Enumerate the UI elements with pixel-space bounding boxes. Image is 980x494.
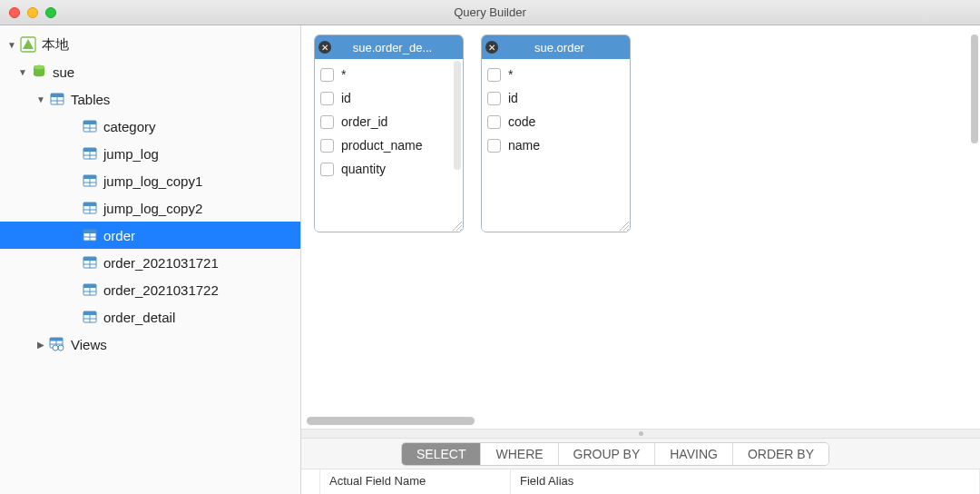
- tree-table-item[interactable]: jump_log: [0, 140, 300, 167]
- close-icon[interactable]: ✕: [318, 41, 331, 54]
- column-header-actual-field[interactable]: Actual Field Name: [320, 469, 511, 494]
- table-card-order[interactable]: ✕ sue.order * id code name: [481, 35, 631, 232]
- resize-handle-icon[interactable]: [617, 219, 630, 232]
- tree-label: category: [103, 119, 156, 134]
- column-header-field-alias[interactable]: Field Alias: [511, 469, 980, 494]
- tree-label: order_2021031721: [103, 255, 219, 271]
- tab-groupby[interactable]: GROUP BY: [559, 443, 656, 465]
- tree-table-item[interactable]: jump_log_copy1: [0, 167, 300, 194]
- grip-dot-icon: [639, 431, 643, 436]
- field-label: code: [508, 114, 535, 129]
- checkbox[interactable]: [487, 139, 501, 153]
- query-canvas[interactable]: ✕ sue.order_de... * id order_id product_…: [301, 25, 980, 412]
- table-icon: [80, 282, 100, 298]
- window-title: Query Builder: [0, 5, 980, 19]
- tree-label: jump_log_copy1: [103, 173, 202, 189]
- field-row[interactable]: order_id: [315, 110, 463, 133]
- card-body: * id order_id product_name quantity: [315, 59, 463, 232]
- tables-icon: [47, 91, 67, 107]
- table-icon: [80, 173, 100, 189]
- views-icon: [47, 336, 67, 352]
- tree-label: jump_log: [103, 146, 159, 162]
- tree-table-item[interactable]: order_2021031722: [0, 276, 300, 303]
- checkbox[interactable]: [487, 68, 501, 82]
- sidebar: ▼ 本地 ▼ sue ▼ Tables category j: [0, 25, 301, 494]
- chevron-down-icon[interactable]: ▼: [34, 94, 47, 104]
- field-row[interactable]: product_name: [315, 133, 463, 157]
- svg-point-44: [53, 345, 58, 351]
- field-label: quantity: [341, 162, 386, 176]
- svg-line-48: [460, 229, 462, 231]
- card-header[interactable]: ✕ sue.order: [482, 35, 630, 59]
- checkbox[interactable]: [320, 92, 334, 105]
- card-title: sue.order: [502, 41, 630, 54]
- connection-icon: [18, 36, 38, 53]
- grid-header: Actual Field Name Field Alias: [301, 469, 980, 494]
- tree-label: sue: [53, 64, 74, 80]
- grid-corner: [301, 469, 320, 494]
- table-card-order-detail[interactable]: ✕ sue.order_de... * id order_id product_…: [314, 35, 464, 232]
- tree-views-folder[interactable]: ▶ Views: [0, 331, 300, 358]
- field-row[interactable]: name: [482, 133, 630, 157]
- card-title: sue.order_de...: [335, 41, 463, 54]
- table-icon: [80, 145, 100, 162]
- field-label: product_name: [341, 138, 423, 153]
- svg-line-51: [627, 229, 629, 231]
- checkbox[interactable]: [320, 139, 334, 153]
- field-row[interactable]: *: [315, 63, 463, 86]
- table-icon: [80, 227, 100, 243]
- card-body: * id code name: [482, 59, 630, 232]
- scrollbar-vertical[interactable]: [971, 35, 978, 143]
- tab-select[interactable]: SELECT: [402, 443, 481, 465]
- scrollbar-vertical[interactable]: [454, 61, 461, 170]
- table-icon: [80, 200, 100, 216]
- tree-label: 本地: [42, 36, 69, 54]
- tree-tables-folder[interactable]: ▼ Tables: [0, 85, 300, 113]
- tree-table-item[interactable]: category: [0, 113, 300, 140]
- segmented-control: SELECT WHERE GROUP BY HAVING ORDER BY: [401, 442, 829, 466]
- field-row[interactable]: id: [482, 86, 630, 110]
- field-row[interactable]: *: [482, 63, 630, 86]
- checkbox[interactable]: [320, 115, 334, 129]
- tree-label: jump_log_copy2: [103, 201, 202, 216]
- tree-table-item[interactable]: order_detail: [0, 303, 300, 331]
- tree-label: order_detail: [103, 310, 175, 325]
- database-icon: [29, 64, 49, 80]
- checkbox[interactable]: [320, 163, 334, 176]
- chevron-down-icon[interactable]: ▼: [16, 67, 29, 77]
- field-label: name: [508, 138, 540, 153]
- table-icon: [80, 309, 100, 325]
- scrollbar-horizontal[interactable]: [307, 417, 475, 425]
- tree-database[interactable]: ▼ sue: [0, 58, 300, 85]
- splitter-grip[interactable]: [301, 429, 980, 438]
- tree-connection[interactable]: ▼ 本地: [0, 31, 300, 58]
- field-label: id: [341, 91, 351, 105]
- chevron-right-icon[interactable]: ▶: [34, 340, 47, 350]
- hscroll-track[interactable]: [301, 412, 980, 429]
- table-icon: [80, 118, 100, 134]
- tab-where[interactable]: WHERE: [481, 443, 558, 465]
- field-row[interactable]: code: [482, 110, 630, 133]
- tree-label: order: [103, 228, 135, 243]
- close-icon[interactable]: ✕: [485, 41, 498, 54]
- tree-table-item[interactable]: order_2021031721: [0, 249, 300, 276]
- tab-orderby[interactable]: ORDER BY: [733, 443, 828, 465]
- checkbox[interactable]: [320, 68, 334, 82]
- field-label: order_id: [341, 114, 387, 129]
- card-header[interactable]: ✕ sue.order_de...: [315, 35, 463, 59]
- field-label: *: [341, 67, 346, 82]
- tree-table-item[interactable]: order: [0, 222, 300, 249]
- checkbox[interactable]: [487, 92, 501, 105]
- field-label: id: [508, 91, 518, 105]
- clause-tabbar: SELECT WHERE GROUP BY HAVING ORDER BY: [301, 438, 980, 469]
- tab-having[interactable]: HAVING: [655, 443, 733, 465]
- resize-handle-icon[interactable]: [450, 219, 463, 232]
- checkbox[interactable]: [487, 115, 501, 129]
- field-row[interactable]: id: [315, 86, 463, 110]
- tree-label: Tables: [71, 92, 110, 107]
- field-row[interactable]: quantity: [315, 157, 463, 181]
- field-label: *: [508, 67, 513, 82]
- table-icon: [80, 254, 100, 271]
- chevron-down-icon[interactable]: ▼: [5, 40, 18, 50]
- tree-table-item[interactable]: jump_log_copy2: [0, 194, 300, 222]
